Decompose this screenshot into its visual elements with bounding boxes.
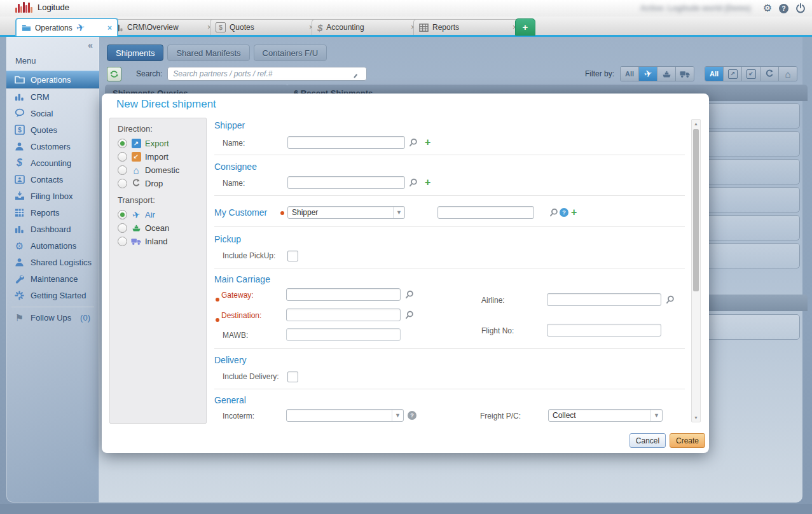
sidebar-item-maintenance[interactable]: Maintenance [6, 270, 99, 287]
shipper-name-input[interactable] [287, 136, 405, 149]
sidebar-item-label: Dashboard [31, 225, 71, 234]
freight-pc-label: Freight P/C: [480, 409, 521, 423]
sidebar-item-social[interactable]: Social [6, 105, 99, 122]
consignee-name-input[interactable] [287, 176, 405, 189]
search-icon[interactable] [404, 290, 415, 300]
close-icon[interactable]: × [107, 24, 112, 32]
sidebar-item-customers[interactable]: Customers [6, 138, 99, 155]
filter-export-button[interactable]: ↗ [724, 67, 742, 81]
required-dot [216, 318, 219, 322]
flight-no-input[interactable] [547, 324, 661, 337]
subtab-containers-fu[interactable]: Containers F/U [254, 45, 327, 61]
scroll-up-icon[interactable]: ▲ [692, 122, 700, 126]
subtab-shared-manifests[interactable]: Shared Manifests [167, 45, 249, 61]
search-icon[interactable] [665, 295, 675, 305]
logo-icon [15, 1, 32, 13]
sidebar-item-quotes[interactable]: $ Quotes [6, 122, 99, 138]
include-delivery-checkbox[interactable] [287, 372, 298, 382]
create-button[interactable]: Create [670, 433, 705, 448]
subtab-shipments[interactable]: Shipments [107, 45, 163, 61]
radio-air[interactable]: ✈ Air [118, 209, 155, 220]
search-label: Search: [136, 69, 162, 78]
radio-button[interactable] [118, 210, 127, 219]
radio-button[interactable] [118, 139, 127, 148]
sidebar-item-getting-started[interactable]: Getting Started [6, 287, 99, 303]
gear-icon: ⚙ [14, 240, 25, 251]
filter-domestic-button[interactable]: ⌂ [779, 67, 797, 81]
help-icon[interactable]: ? [779, 4, 788, 13]
radio-button[interactable] [118, 179, 127, 188]
gateway-input[interactable] [286, 288, 401, 301]
sidebar-item-accounting[interactable]: $ Accounting [6, 155, 99, 171]
sidebar-item-automations[interactable]: ⚙ Automations [6, 237, 99, 254]
power-icon[interactable] [795, 3, 806, 13]
radio-domestic[interactable]: ⌂ Domestic [118, 164, 179, 176]
tab-operations[interactable]: Operations ✈ × [15, 18, 118, 36]
collapse-sidebar-icon[interactable]: « [88, 40, 93, 50]
help-icon[interactable]: ? [408, 411, 416, 420]
tab-crm-overview[interactable]: CRM\Overview × [108, 19, 217, 35]
plane-icon: ✈ [131, 209, 141, 219]
filter-air-button[interactable]: ✈ [639, 67, 657, 81]
radio-button[interactable] [118, 152, 127, 162]
destination-input[interactable] [286, 309, 401, 321]
filter-drop-button[interactable] [760, 67, 779, 81]
sidebar-item-contacts[interactable]: Contacts [6, 171, 99, 188]
filter-inland-button[interactable] [676, 67, 694, 81]
filter-import-button[interactable]: ↙ [742, 67, 760, 81]
sidebar-item-reports[interactable]: Reports [6, 204, 99, 221]
include-delivery-label: Include Delivery: [223, 370, 279, 384]
filter-direction-all-button[interactable]: All [705, 67, 724, 81]
dropdown-arrow-icon: ▼ [650, 410, 662, 421]
add-consignee-icon[interactable]: + [425, 177, 430, 188]
sync-button[interactable] [107, 67, 121, 81]
radio-export[interactable]: ↗ Export [118, 137, 169, 149]
search-icon[interactable] [408, 178, 418, 188]
logo: Logitude [15, 1, 69, 13]
radio-button[interactable] [118, 237, 127, 246]
sidebar-item-crm[interactable]: CRM [6, 88, 99, 105]
filter-ocean-button[interactable] [657, 67, 676, 81]
freight-pc-dropdown[interactable]: Collect ▼ [548, 409, 663, 422]
incoterm-dropdown[interactable]: ▼ [286, 409, 404, 422]
scrollbar-thumb[interactable] [693, 129, 699, 291]
radio-import[interactable]: ↙ Import [118, 151, 169, 162]
my-customer-name-input[interactable] [437, 206, 534, 219]
home-icon: ⌂ [785, 69, 790, 80]
radio-button[interactable] [118, 165, 127, 175]
airline-input[interactable] [547, 293, 661, 306]
cancel-button[interactable]: Cancel [630, 433, 666, 448]
sidebar-item-dashboard[interactable]: Dashboard [6, 221, 99, 237]
sidebar-item-shared-logistics[interactable]: Shared Logistics [6, 254, 99, 270]
new-tab-button[interactable]: + [515, 18, 535, 36]
radio-drop[interactable]: Drop [118, 177, 163, 189]
search-icon[interactable] [549, 208, 559, 218]
radio-inland[interactable]: Inland [118, 235, 167, 247]
tab-accounting[interactable]: $ Accounting × [312, 19, 421, 35]
search-icon[interactable] [408, 138, 418, 148]
tab-reports[interactable]: Reports × [413, 19, 523, 35]
sidebar-item-label: Accounting [31, 158, 71, 168]
tab-quotes[interactable]: $ Quotes × [210, 19, 319, 35]
main-carriage-section-title: Main Carriage [214, 274, 270, 284]
dialog-scrollbar[interactable]: ▲ ▼ [691, 119, 701, 422]
help-icon[interactable]: ? [560, 208, 568, 217]
my-customer-role-dropdown[interactable]: Shipper ▼ [287, 206, 405, 219]
sidebar-item-operations[interactable]: Operations [6, 71, 99, 88]
user-info: Active: Logitude world (Demo) [640, 4, 751, 13]
shipper-section-title: Shipper [214, 120, 245, 130]
sidebar-item-filing-inbox[interactable]: Filing Inbox [6, 188, 99, 204]
radio-ocean[interactable]: Ocean [118, 222, 169, 233]
add-shipper-icon[interactable]: + [425, 137, 430, 148]
settings-gear-icon[interactable]: ⚙ [763, 3, 772, 13]
mawb-input[interactable] [286, 328, 401, 341]
add-customer-icon[interactable]: + [571, 207, 577, 218]
scroll-down-icon[interactable]: ▼ [692, 415, 700, 420]
sidebar-item-follow-ups[interactable]: ⚑ Follow Ups (0) [6, 309, 99, 326]
filter-transport-all-button[interactable]: All [621, 67, 639, 81]
search-icon[interactable] [404, 310, 415, 321]
include-pickup-checkbox[interactable] [287, 251, 298, 261]
sidebar-item-label: Reports [31, 208, 60, 218]
search-input[interactable] [167, 67, 367, 81]
radio-button[interactable] [118, 223, 127, 233]
